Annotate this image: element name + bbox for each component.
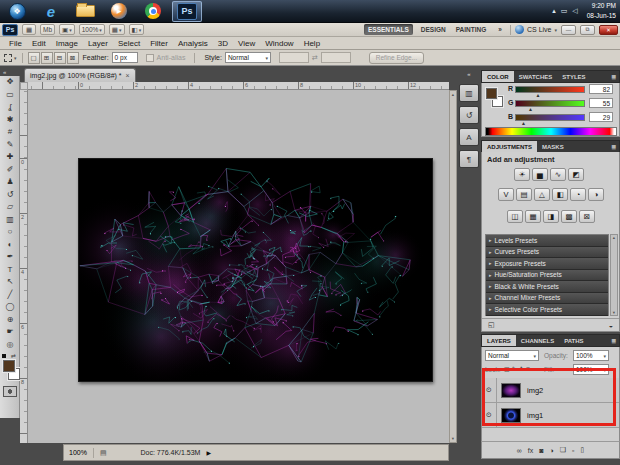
new-adjustment-layer-icon[interactable]: ◑ bbox=[549, 447, 553, 454]
preset-row[interactable]: ▸ Curves Presets bbox=[486, 247, 608, 259]
zoom-level-dropdown[interactable]: 100%▾ bbox=[79, 24, 105, 35]
panel-menu-icon[interactable]: ≣ bbox=[608, 335, 619, 346]
visibility-toggle[interactable]: ⊙ bbox=[482, 378, 497, 402]
paragraph-panel-icon[interactable]: ¶ bbox=[459, 150, 479, 168]
intersect-selection-icon[interactable]: ⊠ bbox=[67, 52, 79, 64]
switch-panel-view-icon[interactable]: ◱ bbox=[488, 321, 495, 329]
default-colors-icon[interactable] bbox=[2, 354, 6, 358]
panel-menu-icon[interactable]: ≣ bbox=[608, 71, 619, 82]
volume-icon[interactable]: ◁ bbox=[572, 7, 577, 15]
ruler-origin[interactable] bbox=[20, 82, 28, 90]
foreground-color-swatch[interactable] bbox=[3, 360, 15, 372]
canvas-vertical-scrollbar[interactable]: ▴ ▾ bbox=[449, 90, 457, 443]
hue-saturation-icon[interactable]: ▤ bbox=[516, 188, 532, 201]
menu-item[interactable]: File bbox=[4, 39, 27, 48]
scroll-up-icon[interactable]: ▴ bbox=[450, 92, 456, 97]
tab-channels[interactable]: CHANNELS bbox=[516, 335, 559, 346]
new-selection-icon[interactable]: ▢ bbox=[28, 52, 40, 64]
tab-close-icon[interactable]: × bbox=[126, 72, 130, 79]
3d-orbit-tool[interactable]: ⊕ bbox=[0, 314, 20, 327]
anti-alias-checkbox[interactable] bbox=[146, 54, 154, 62]
color-spectrum-ramp[interactable] bbox=[485, 127, 617, 136]
invert-icon[interactable]: ◫ bbox=[507, 210, 523, 223]
curves-icon[interactable]: ∿ bbox=[550, 168, 566, 181]
channel-slider-track[interactable] bbox=[515, 86, 585, 93]
ruler-horizontal[interactable]: 024681012 bbox=[28, 82, 449, 90]
menu-item[interactable]: Edit bbox=[27, 39, 51, 48]
channel-value-input[interactable]: 29 bbox=[589, 112, 613, 122]
levels-icon[interactable]: ▅ bbox=[532, 168, 548, 181]
delete-layer-icon[interactable]: ▯ bbox=[580, 446, 584, 454]
vibrance-icon[interactable]: V bbox=[498, 188, 514, 201]
crop-tool[interactable]: # bbox=[0, 126, 20, 139]
color-balance-icon[interactable]: △ bbox=[534, 188, 550, 201]
arrange-documents-button[interactable]: ▦▾ bbox=[109, 24, 125, 35]
tab-color[interactable]: COLOR bbox=[482, 71, 514, 82]
layer-thumbnail[interactable] bbox=[501, 383, 521, 398]
fill-input[interactable]: 100%▾ bbox=[573, 364, 609, 375]
status-menu-icon[interactable]: ▤ bbox=[100, 449, 107, 457]
channel-mixer-icon[interactable]: ◑ bbox=[588, 188, 604, 201]
new-group-icon[interactable]: ❏ bbox=[560, 446, 566, 454]
layer-row[interactable]: ⊙ img2 bbox=[482, 378, 619, 403]
layer-style-icon[interactable]: fx bbox=[528, 447, 533, 454]
foreground-color-swatch[interactable] bbox=[486, 88, 497, 99]
cs-live-button[interactable]: CS Live ▾ bbox=[515, 25, 557, 34]
visibility-toggle[interactable]: ⊙ bbox=[482, 403, 497, 427]
rectangular-marquee-tool[interactable]: ▭ bbox=[0, 89, 20, 102]
minimize-button[interactable]: — bbox=[561, 25, 576, 35]
line-tool[interactable]: ╱ bbox=[0, 289, 20, 302]
view-extras-button[interactable]: ▣▾ bbox=[59, 24, 75, 35]
character-panel-icon[interactable]: A bbox=[459, 128, 479, 146]
eyedropper-tool[interactable]: ✎ bbox=[0, 139, 20, 152]
menu-item[interactable]: Help bbox=[299, 39, 325, 48]
show-hidden-icons-button[interactable]: ▴ bbox=[552, 7, 556, 15]
taskbar-photoshop[interactable]: Ps bbox=[172, 1, 202, 22]
gradient-tool[interactable]: ▥ bbox=[0, 214, 20, 227]
posterize-icon[interactable]: ▦ bbox=[525, 210, 541, 223]
photo-filter-icon[interactable]: ◔ bbox=[570, 188, 586, 201]
dodge-tool[interactable]: ◐ bbox=[0, 239, 20, 252]
panel-menu-icon[interactable]: ≣ bbox=[608, 141, 619, 152]
screen-mode-button[interactable]: ◧▾ bbox=[129, 24, 145, 35]
start-button[interactable]: ❖ bbox=[2, 1, 32, 22]
add-to-selection-icon[interactable]: ⊞ bbox=[41, 52, 53, 64]
zoom-tool[interactable]: ◎ bbox=[0, 339, 20, 352]
tab-adjustments[interactable]: ADJUSTMENTS bbox=[482, 141, 537, 152]
preset-row[interactable]: ▸ Exposure Presets bbox=[486, 258, 608, 270]
lock-pixels-icon[interactable]: ✎ bbox=[512, 365, 517, 372]
zoom-field[interactable]: 100% bbox=[69, 449, 87, 456]
preset-row[interactable]: ▸ Selective Color Presets bbox=[486, 304, 608, 316]
history-brush-tool[interactable]: ↺ bbox=[0, 189, 20, 202]
path-selection-tool[interactable]: ↖ bbox=[0, 276, 20, 289]
layer-thumbnail[interactable] bbox=[501, 408, 521, 423]
menu-item[interactable]: Select bbox=[113, 39, 145, 48]
preset-row[interactable]: ▸ Black & White Presets bbox=[486, 281, 608, 293]
new-layer-icon[interactable]: ▫ bbox=[572, 447, 574, 454]
taskbar-clock[interactable]: 9:20 PM 08-Jun-15 bbox=[583, 1, 616, 21]
brightness-contrast-icon[interactable]: ☀ bbox=[514, 168, 530, 181]
link-layers-icon[interactable]: ∞ bbox=[517, 447, 522, 454]
menu-item[interactable]: 3D bbox=[213, 39, 233, 48]
taskbar-chrome[interactable] bbox=[138, 1, 168, 22]
tab-paths[interactable]: PATHS bbox=[559, 335, 588, 346]
menu-item[interactable]: Layer bbox=[83, 39, 113, 48]
layer-row[interactable]: ⊙ img1 bbox=[482, 403, 619, 428]
black-white-icon[interactable]: ◧ bbox=[552, 188, 568, 201]
quick-mask-icon[interactable] bbox=[3, 386, 17, 397]
close-button[interactable]: ✕ bbox=[599, 25, 618, 35]
feather-input[interactable]: 0 px bbox=[112, 52, 138, 63]
workspace-item[interactable]: DESIGN bbox=[417, 24, 450, 35]
color-slider-thumb[interactable]: ▲ bbox=[521, 120, 526, 126]
workspace-overflow-button[interactable]: » bbox=[494, 24, 506, 35]
opacity-input[interactable]: 100%▾ bbox=[573, 350, 609, 361]
lasso-tool[interactable]: ʆ bbox=[0, 101, 20, 114]
pen-tool[interactable]: ✒ bbox=[0, 251, 20, 264]
subtract-from-selection-icon[interactable]: ⊟ bbox=[54, 52, 66, 64]
tool-preset-picker[interactable]: ▾ bbox=[4, 54, 17, 62]
taskbar-internet-explorer[interactable]: e bbox=[36, 1, 66, 22]
channel-slider-track[interactable] bbox=[515, 100, 585, 107]
taskbar-windows-explorer[interactable] bbox=[70, 1, 100, 22]
blend-mode-dropdown[interactable]: Normal▾ bbox=[485, 350, 539, 361]
lock-all-icon[interactable]: Ω bbox=[526, 365, 531, 372]
